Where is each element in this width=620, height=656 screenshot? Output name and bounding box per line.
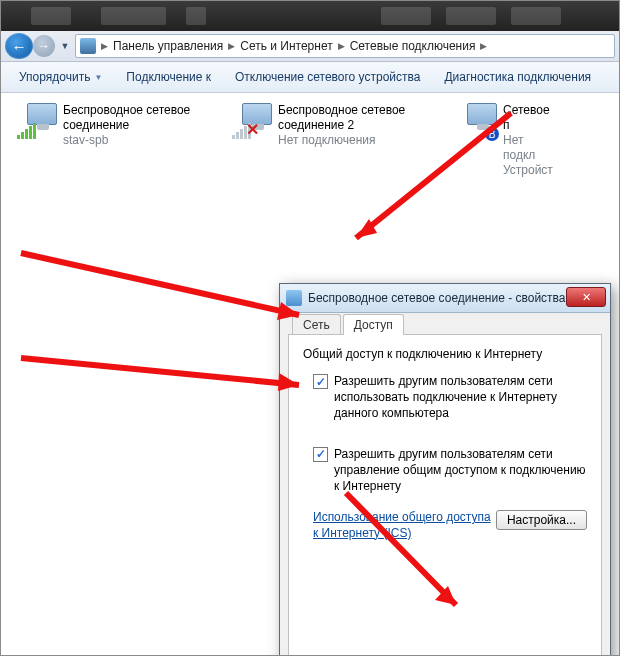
connection-status: Нет подключения <box>278 133 417 148</box>
svg-line-2 <box>21 253 299 315</box>
dialog-title: Беспроводное сетевое соединение - свойст… <box>308 291 566 305</box>
checkbox-allow-control-label: Разрешить другим пользователям сети упра… <box>334 446 587 495</box>
nav-history-dropdown[interactable]: ▼ <box>59 35 71 57</box>
breadcrumb-item[interactable]: Панель управления <box>113 39 223 53</box>
dialog-titlebar[interactable]: Беспроводное сетевое соединение - свойст… <box>280 284 610 313</box>
chevron-right-icon: ▶ <box>98 41 111 51</box>
connection-name: Беспроводное сетевое соединение <box>63 103 192 133</box>
navigation-bar: ← → ▼ ▶ Панель управления ▶ Сеть и Интер… <box>1 31 619 62</box>
settings-button[interactable]: Настройка... <box>496 510 587 530</box>
address-bar[interactable]: ▶ Панель управления ▶ Сеть и Интернет ▶ … <box>75 34 615 58</box>
bluetooth-icon: B <box>485 127 499 141</box>
ics-help-link[interactable]: Использование общего доступа к Интернету… <box>313 510 493 541</box>
adapter-icon <box>286 290 302 306</box>
connection-device: Устройст <box>503 163 557 178</box>
toolbar: Упорядочить▼ Подключение к Отключение се… <box>1 62 619 93</box>
wifi-adapter-icon <box>17 103 57 139</box>
toolbar-diagnose[interactable]: Диагностика подключения <box>432 62 603 92</box>
chevron-right-icon: ▶ <box>335 41 348 51</box>
connection-status: Нет подкл <box>503 133 557 163</box>
breadcrumb-item[interactable]: Сетевые подключения <box>350 39 476 53</box>
checkbox-allow-share-label: Разрешить другим пользователям сети испо… <box>334 373 587 422</box>
group-label: Общий доступ к подключению к Интернету <box>289 335 601 369</box>
properties-dialog: Беспроводное сетевое соединение - свойст… <box>279 283 611 656</box>
close-button[interactable]: ✕ <box>566 287 606 307</box>
window-titlebar <box>1 1 619 31</box>
connection-item[interactable]: Беспроводное сетевое соединение stav-spb <box>17 103 192 148</box>
checkbox-allow-control[interactable] <box>313 447 328 462</box>
chevron-right-icon: ▶ <box>225 41 238 51</box>
chevron-right-icon: ▶ <box>477 41 490 51</box>
nav-back-button[interactable]: ← <box>5 33 33 59</box>
toolbar-disable-device[interactable]: Отключение сетевого устройства <box>223 62 432 92</box>
svg-line-4 <box>21 358 299 385</box>
connection-name: Сетевое п <box>503 103 557 133</box>
svg-marker-1 <box>356 219 377 238</box>
control-panel-icon <box>80 38 96 54</box>
nav-forward-button[interactable]: → <box>33 35 55 57</box>
bluetooth-adapter-icon: B <box>457 103 497 139</box>
wifi-adapter-icon: ✕ <box>232 103 272 139</box>
tab-sharing[interactable]: Доступ <box>343 314 404 335</box>
checkbox-allow-share[interactable] <box>313 374 328 389</box>
disconnected-icon: ✕ <box>246 120 259 139</box>
breadcrumb-item[interactable]: Сеть и Интернет <box>240 39 332 53</box>
connection-item[interactable]: B Сетевое п Нет подкл Устройст <box>457 103 557 178</box>
connection-name: Беспроводное сетевое соединение 2 <box>278 103 417 133</box>
connection-status: stav-spb <box>63 133 192 148</box>
tab-network[interactable]: Сеть <box>292 314 341 335</box>
connection-item[interactable]: ✕ Беспроводное сетевое соединение 2 Нет … <box>232 103 417 148</box>
toolbar-organize[interactable]: Упорядочить▼ <box>7 62 114 92</box>
toolbar-connect[interactable]: Подключение к <box>114 62 223 92</box>
